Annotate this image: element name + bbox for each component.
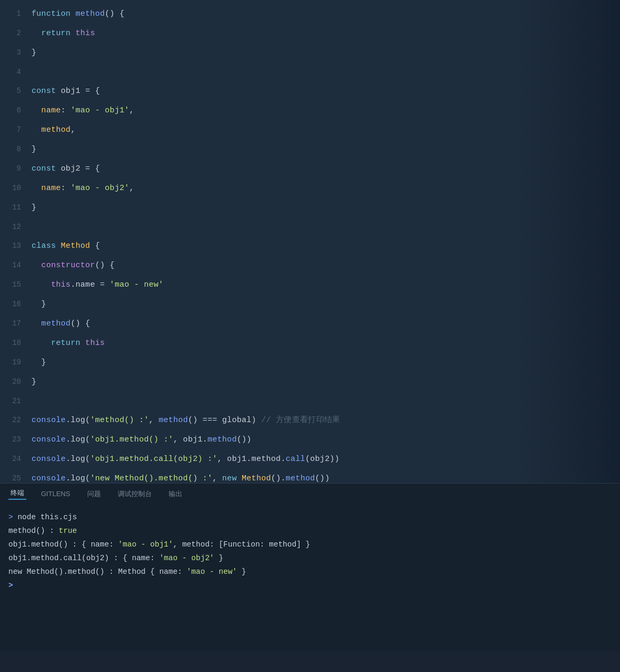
token: }: [32, 377, 36, 386]
line-content: function method() {: [32, 5, 620, 24]
token: = {: [85, 164, 100, 173]
code-line: 12: [0, 217, 620, 236]
terminal-tab[interactable]: GITLENS: [39, 490, 73, 498]
token: Method: [242, 474, 271, 483]
token: [32, 319, 42, 328]
token: console: [32, 455, 66, 464]
token: }: [32, 358, 46, 367]
token: const: [32, 87, 61, 96]
line-content: console.log('obj1.method() :', obj1.meth…: [32, 430, 620, 449]
token: function: [32, 9, 76, 18]
token: [32, 261, 42, 270]
code-line: 10 name: 'mao - obj2',: [0, 178, 620, 198]
terminal-cursor: >: [8, 581, 13, 590]
terminal-token: 'mao - obj2': [159, 554, 214, 562]
line-number: 8: [0, 140, 32, 159]
terminal-prompt: >: [8, 513, 17, 521]
code-line: 8}: [0, 140, 620, 159]
terminal-token: new Method().method() : Method { name:: [8, 568, 187, 576]
token: method: [286, 474, 315, 483]
code-line: 17 method() {: [0, 314, 620, 333]
line-content: console.log('method() :', method() === g…: [32, 411, 620, 430]
line-content: }: [32, 353, 620, 372]
terminal-token: 'mao - obj1': [118, 540, 173, 549]
token: :: [61, 184, 71, 193]
token: this: [76, 29, 95, 38]
token: // 方便查看打印结果: [261, 416, 340, 425]
token: ,: [212, 474, 222, 483]
terminal-command: node this.cjs: [17, 513, 77, 521]
code-line: 20}: [0, 372, 620, 392]
line-number: 12: [0, 217, 32, 236]
token: .log(: [66, 435, 90, 444]
line-content: return this: [32, 24, 620, 43]
token: this: [51, 280, 70, 289]
terminal-token: obj1.method() : { name:: [8, 540, 118, 549]
code-editor: 1function method() {2 return this3}45con…: [0, 0, 620, 483]
code-line: 21: [0, 392, 620, 411]
token: this: [85, 339, 105, 348]
terminal-token: 'mao - new': [187, 568, 237, 576]
token: console: [32, 435, 66, 444]
line-content: console.log('new Method().method() :', n…: [32, 469, 620, 483]
code-line: 7 method,: [0, 120, 620, 140]
token: .log(: [66, 455, 90, 464]
line-number: 10: [0, 178, 32, 197]
token: 'mao - new': [110, 280, 163, 289]
terminal-tab[interactable]: 终端: [8, 488, 26, 500]
line-number: 17: [0, 314, 32, 333]
line-number: 6: [0, 101, 32, 120]
code-line: 22console.log('method() :', method() ===…: [0, 411, 620, 430]
terminal-output: > node this.cjsmethod() : trueobj1.metho…: [0, 504, 620, 651]
token: call: [286, 455, 305, 464]
token: .name =: [70, 280, 109, 289]
line-content: }: [32, 373, 620, 392]
line-number: 5: [0, 81, 32, 100]
code-line: 16 }: [0, 295, 620, 314]
terminal-tab[interactable]: 调试控制台: [116, 489, 154, 499]
token: 'obj1.method.call(obj2) :': [90, 455, 218, 464]
terminal-tab-bar: 终端GITLENS问题调试控制台输出: [0, 483, 620, 504]
token: 'mao - obj1': [70, 106, 129, 115]
token: = {: [85, 87, 100, 96]
token: console: [32, 416, 66, 425]
line-content: const obj2 = {: [32, 160, 620, 178]
code-line: 2 return this: [0, 24, 620, 43]
token: Method: [61, 242, 90, 250]
token: [32, 125, 42, 134]
code-line: 24console.log('obj1.method.call(obj2) :'…: [0, 449, 620, 469]
line-content: name: 'mao - obj2',: [32, 179, 620, 198]
token: console: [32, 474, 66, 483]
line-content: class Method {: [32, 237, 620, 256]
terminal-line: obj1.method() : { name: 'mao - obj1', me…: [8, 538, 612, 551]
line-content: }: [32, 198, 620, 217]
token: , obj1.: [173, 435, 208, 444]
code-line: 9const obj2 = {: [0, 159, 620, 178]
line-number: 21: [0, 392, 32, 411]
line-number: 7: [0, 120, 32, 139]
code-line: 25console.log('new Method().method() :',…: [0, 469, 620, 483]
terminal-token: obj1.method.call(obj2) : { name:: [8, 554, 159, 562]
token: 'obj1.method() :': [90, 435, 173, 444]
line-content: console.log('obj1.method.call(obj2) :', …: [32, 450, 620, 469]
terminal-tab[interactable]: 输出: [167, 489, 184, 499]
line-number: 23: [0, 430, 32, 449]
token: [32, 280, 51, 289]
token: method: [76, 9, 105, 18]
terminal-token: , method: [Function: method] }: [173, 540, 310, 549]
token: constructor: [42, 261, 95, 270]
line-content: method() {: [32, 314, 620, 333]
token: [32, 339, 51, 348]
token: .log(: [66, 416, 90, 425]
token: [32, 106, 42, 115]
terminal-tab[interactable]: 问题: [85, 489, 103, 499]
token: ,: [70, 125, 75, 134]
code-line: 19 }: [0, 353, 620, 372]
token: () {: [105, 9, 125, 18]
line-number: 13: [0, 236, 32, 255]
terminal-line: > node this.cjs: [8, 510, 612, 524]
line-number: 18: [0, 333, 32, 352]
token: method: [159, 416, 188, 425]
token: () === global): [188, 416, 262, 425]
token: return: [42, 29, 76, 38]
